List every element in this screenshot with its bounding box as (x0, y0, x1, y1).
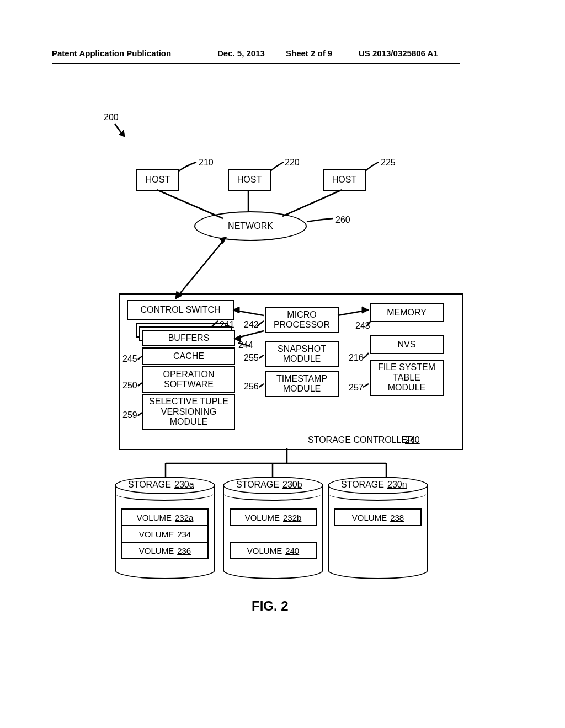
svg-line-4 (175, 237, 226, 299)
svg-marker-12 (234, 335, 241, 342)
connectors-svg (0, 0, 565, 728)
figure-caption: FIG. 2 (252, 598, 289, 614)
svg-marker-8 (233, 307, 239, 313)
svg-line-1 (157, 190, 223, 218)
svg-marker-5 (220, 237, 226, 244)
svg-line-3 (282, 190, 342, 216)
diagram-canvas: 200 HOST HOST HOST 210 220 225 NETWORK 2… (0, 0, 565, 728)
page: Patent Application Publication Dec. 5, 2… (0, 0, 565, 728)
svg-marker-10 (362, 307, 369, 313)
